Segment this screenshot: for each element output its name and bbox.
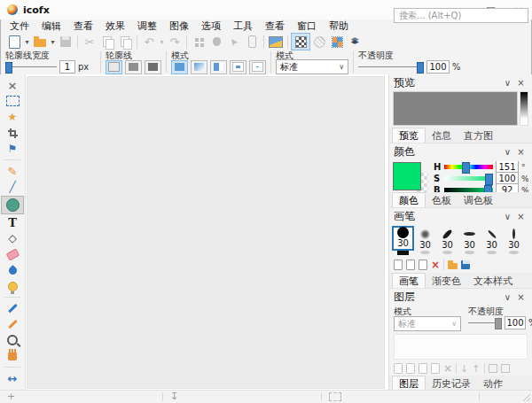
crop-tool[interactable] [3, 126, 22, 141]
save-button[interactable] [57, 34, 74, 50]
menu-edit[interactable]: 编辑 [35, 19, 67, 33]
menu-options[interactable]: 选项 [195, 19, 227, 33]
tab-histogram[interactable]: 直方图 [458, 128, 499, 143]
fill-solid-button[interactable] [171, 60, 188, 74]
lighten-tool[interactable] [3, 279, 22, 294]
merge-layer-button[interactable] [419, 363, 427, 374]
layer-mode-select[interactable]: 标准 ∨ [394, 316, 461, 331]
move-tool[interactable]: ⚑ [3, 142, 22, 157]
open-file-dropdown[interactable]: ▾ [49, 34, 57, 50]
slider-handle[interactable] [417, 62, 424, 74]
tab-swatches[interactable]: 色板 [426, 192, 458, 207]
fill-half-button[interactable] [210, 60, 227, 74]
current-color-swatch[interactable] [393, 162, 421, 190]
redo-button[interactable]: ↷ [166, 34, 184, 50]
save-brushes-button[interactable] [461, 260, 470, 269]
close-icon[interactable]: × [514, 292, 528, 302]
menu-effects[interactable]: 效果 [99, 19, 131, 33]
preview-zoom-ramp[interactable] [520, 91, 528, 126]
opacity-input[interactable] [426, 60, 450, 74]
brush-preset-partial[interactable] [509, 251, 519, 254]
outline-none-button[interactable] [106, 60, 122, 74]
ellipse-tool[interactable] [1, 196, 24, 214]
fill-tool[interactable] [3, 263, 22, 278]
menu-tools[interactable]: 工具 [227, 19, 259, 33]
chevron-down-icon[interactable]: ∨ [501, 212, 514, 221]
brightness-input[interactable] [496, 183, 519, 192]
search-input[interactable] [394, 8, 528, 23]
brightness-slider[interactable] [444, 186, 493, 192]
magic-wand-tool[interactable]: ★ [3, 110, 22, 125]
move-layer-down-button[interactable]: ↓ [460, 363, 468, 375]
brush-preset-diag2[interactable]: 30 [481, 226, 503, 251]
undo-button[interactable]: ↶ [140, 34, 158, 50]
canvas[interactable] [27, 76, 385, 389]
layer-opacity-slider[interactable] [468, 317, 502, 329]
shape-tool[interactable]: ◇ [3, 231, 22, 246]
add-icon[interactable]: + [7, 391, 15, 402]
palette-grid-button[interactable] [328, 34, 346, 50]
new-file-button[interactable] [5, 34, 23, 50]
brush-preset-flat[interactable]: 30 [458, 226, 481, 251]
layers-view-button[interactable]: ◆ [346, 34, 364, 50]
duplicate-brush-button[interactable] [406, 260, 415, 270]
delete-brush-button[interactable]: × [431, 260, 440, 269]
blend-mode-select[interactable]: 标准 ∨ [276, 59, 348, 74]
brush-preset-soft[interactable]: 30 [414, 226, 436, 251]
eraser-tool[interactable] [3, 247, 22, 262]
open-file-button[interactable] [31, 34, 49, 50]
brush-preset-partial[interactable] [465, 251, 474, 254]
slider-handle[interactable] [495, 318, 502, 329]
macos-icons-button[interactable] [207, 34, 225, 50]
menu-view[interactable]: 查看 [67, 19, 99, 33]
tab-preview[interactable]: 预览 [392, 128, 426, 143]
fill-center-small-button[interactable] [249, 60, 266, 74]
mask-button[interactable] [310, 34, 328, 50]
brush-preset-round[interactable]: 30 [392, 226, 414, 251]
menu-view2[interactable]: 查看 [259, 19, 291, 33]
copy-button[interactable] [98, 34, 116, 50]
fill-gradient-button[interactable] [191, 60, 207, 74]
new-layer-button[interactable] [394, 363, 403, 374]
line-tool[interactable]: ╱ [3, 180, 22, 195]
brush-preset-partial[interactable] [420, 251, 430, 254]
hue-slider[interactable] [444, 163, 493, 171]
close-icon[interactable]: × [514, 147, 528, 157]
menu-adjust[interactable]: 调整 [131, 19, 163, 33]
brush-tool[interactable]: ✎ [3, 164, 22, 179]
slider-handle[interactable] [485, 174, 493, 185]
tab-brush[interactable]: 画笔 [392, 273, 426, 288]
paste-button[interactable] [116, 34, 134, 50]
menu-window[interactable]: 窗口 [291, 19, 323, 33]
layer-lock-button[interactable] [501, 364, 510, 373]
layer-properties-button[interactable] [431, 363, 440, 374]
zoom-tool[interactable] [3, 333, 22, 348]
close-icon[interactable]: × [514, 78, 528, 88]
new-brush-button[interactable] [394, 260, 403, 270]
fill-center-button[interactable] [230, 60, 246, 74]
tab-info[interactable]: 信息 [426, 128, 458, 143]
tab-layers[interactable]: 图层 [392, 376, 426, 391]
deselect-tool[interactable]: × [3, 78, 22, 93]
cursor-button[interactable]: ➤ [225, 34, 243, 50]
undo-dropdown[interactable]: ▾ [158, 34, 166, 50]
tab-gradient[interactable]: 渐变色 [426, 273, 467, 288]
menu-image[interactable]: 图像 [163, 19, 195, 33]
edit-brush-button[interactable] [419, 260, 427, 270]
text-tool[interactable]: T [3, 215, 22, 230]
tab-actions[interactable]: 动作 [477, 376, 509, 391]
saturation-slider[interactable] [444, 174, 493, 182]
brush-preset-diag1[interactable]: 30 [436, 226, 458, 251]
windows-icons-button[interactable] [190, 34, 207, 50]
flip-tool[interactable]: ↔ [3, 371, 22, 386]
image-button[interactable] [267, 34, 285, 50]
rectangle-select-tool[interactable] [3, 94, 22, 109]
menu-help[interactable]: 帮助 [323, 19, 355, 33]
load-brushes-button[interactable] [448, 263, 458, 269]
move-layer-up-button[interactable]: ↑ [472, 363, 480, 375]
slider-handle[interactable] [5, 62, 12, 74]
pencil-tool[interactable] [3, 317, 22, 332]
chevron-down-icon[interactable]: ∨ [501, 292, 514, 302]
brush-preset-partial[interactable] [397, 251, 409, 255]
eyedropper-tool[interactable] [3, 301, 22, 316]
